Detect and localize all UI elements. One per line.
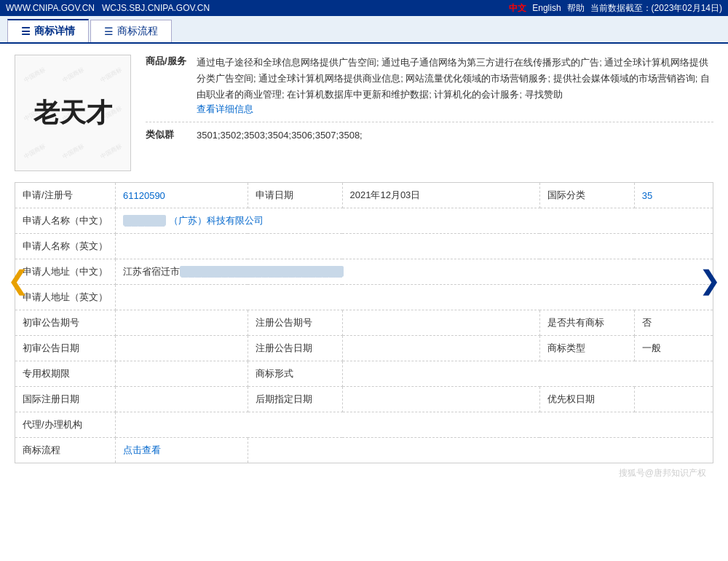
- value-applicant-zh: ██████ （广苏）科技有限公司: [116, 208, 713, 234]
- label-reg-no: 申请/注册号: [15, 183, 116, 208]
- value-intl-class: 35: [634, 183, 713, 208]
- value-initial-pub-no: [116, 310, 248, 336]
- label-reg-pub-no: 注册公告期号: [248, 310, 342, 336]
- label-address-en: 申请人地址（英文）: [15, 285, 116, 310]
- value-reg-pub-no: [342, 310, 539, 336]
- table-row-rights: 专用权期限 商标形式: [15, 361, 713, 387]
- tab-detail-icon: ☰: [21, 26, 31, 37]
- bottom-watermark: 搜狐号@唐邦知识产权: [15, 463, 713, 483]
- value-agency: [116, 412, 713, 438]
- value-intl-reg-date: [116, 387, 248, 412]
- tab-trademark-flow[interactable]: ☰ 商标流程: [90, 20, 172, 42]
- date-info: 当前数据截至：(2023年02月14日): [590, 2, 722, 15]
- site-link-2[interactable]: WCJS.SBJ.CNIPA.GOV.CN: [102, 3, 210, 13]
- value-priority-date: [634, 387, 713, 412]
- table-row-dates: 初审公告日期 注册公告日期 商标类型 一般: [15, 336, 713, 361]
- label-mark-type: 商标类型: [539, 336, 634, 361]
- value-applicant-en: [116, 234, 713, 259]
- similar-group-label: 类似群: [146, 128, 189, 141]
- service-text-block: 通过电子途径和全球信息网络提供广告空间; 通过电子通信网络为第三方进行在线传播形…: [197, 55, 713, 116]
- value-app-date: 2021年12月03日: [342, 183, 539, 208]
- address-province: 江苏省宿迁市: [123, 266, 180, 277]
- label-mark-form: 商标形式: [248, 361, 342, 387]
- service-row: 商品/服务 通过电子途径和全球信息网络提供广告空间; 通过电子通信网络为第三方进…: [146, 55, 713, 116]
- label-address-zh: 申请人地址（中文）: [15, 259, 116, 285]
- label-applicant-zh: 申请人名称（中文）: [15, 208, 116, 234]
- label-exclusive-period: 专用权期限: [15, 361, 116, 387]
- help-link[interactable]: 帮助: [567, 2, 585, 15]
- top-bar: WWW.CNIPA.GOV.CN WCJS.SBJ.CNIPA.GOV.CN 中…: [0, 0, 728, 16]
- similar-group-value: 3501;3502;3503;3504;3506;3507;3508;: [197, 130, 363, 141]
- tab-flow-label: 商标流程: [117, 25, 158, 38]
- company-name-visible: （广苏）科技有限公司: [169, 215, 264, 226]
- table-row-announcement: 初审公告期号 注册公告期号 是否共有商标 否: [15, 310, 713, 336]
- main-content: 中国商标 中国商标 中国商标 中国商标 中国商标 中国商标 中国商标 中国商标 …: [0, 44, 728, 494]
- label-agency: 代理/办理机构: [15, 412, 116, 438]
- value-reg-no: 61120590: [116, 183, 248, 208]
- watermark-9: 中国商标: [85, 125, 131, 171]
- flow-link[interactable]: 点击查看: [123, 444, 161, 455]
- tab-flow-icon: ☰: [104, 26, 114, 37]
- table-row-intl-dates: 国际注册日期 后期指定日期 优先权日期: [15, 387, 713, 412]
- label-reg-pub-date: 注册公告日期: [248, 336, 342, 361]
- flow-empty: [248, 438, 713, 463]
- tab-detail-label: 商标详情: [34, 25, 75, 38]
- value-mark-type: 一般: [634, 336, 713, 361]
- table-row-flow: 商标流程 点击查看: [15, 438, 713, 463]
- value-flow: 点击查看: [116, 438, 248, 463]
- service-section: 商品/服务 通过电子途径和全球信息网络提供广告空间; 通过电子通信网络为第三方进…: [146, 55, 713, 147]
- lang-en-button[interactable]: English: [532, 3, 561, 13]
- value-shared-mark: 否: [634, 310, 713, 336]
- top-section: 中国商标 中国商标 中国商标 中国商标 中国商标 中国商标 中国商标 中国商标 …: [15, 55, 713, 171]
- table-row-agency: 代理/办理机构: [15, 412, 713, 438]
- label-app-date: 申请日期: [248, 183, 342, 208]
- value-later-designation: [342, 387, 539, 412]
- nav-arrow-right[interactable]: ❯: [699, 265, 721, 296]
- nav-arrow-left[interactable]: ❮: [7, 265, 29, 296]
- value-address-en: [116, 285, 713, 310]
- lang-zh-button[interactable]: 中文: [509, 2, 526, 15]
- table-row-applicant-en: 申请人名称（英文）: [15, 234, 713, 259]
- label-intl-class: 国际分类: [539, 183, 634, 208]
- service-text: 通过电子途径和全球信息网络提供广告空间; 通过电子通信网络为第三方进行在线传播形…: [197, 57, 710, 100]
- info-table: 申请/注册号 61120590 申请日期 2021年12月03日 国际分类 35…: [15, 182, 713, 463]
- view-detail-link[interactable]: 查看详细信息: [197, 103, 253, 114]
- label-initial-pub-date: 初审公告日期: [15, 336, 116, 361]
- label-shared-mark: 是否共有商标: [539, 310, 634, 336]
- tab-bar: ☰ 商标详情 ☰ 商标流程: [0, 16, 728, 44]
- label-initial-pub-no: 初审公告期号: [15, 310, 116, 336]
- value-initial-pub-date: [116, 336, 248, 361]
- site-links: WWW.CNIPA.GOV.CN WCJS.SBJ.CNIPA.GOV.CN: [6, 3, 509, 13]
- masked-company-part1: ██████: [123, 215, 166, 226]
- tab-trademark-detail[interactable]: ☰ 商标详情: [7, 19, 89, 42]
- table-row-address-en: 申请人地址（英文）: [15, 285, 713, 310]
- value-reg-pub-date: [342, 336, 539, 361]
- language-section: 中文 English 帮助 当前数据截至：(2023年02月14日): [509, 2, 722, 15]
- label-priority-date: 优先权日期: [539, 387, 634, 412]
- value-address-zh: 江苏省宿迁市████████████████████████: [116, 259, 713, 285]
- site-link-1[interactable]: WWW.CNIPA.GOV.CN: [6, 3, 95, 13]
- label-later-designation: 后期指定日期: [248, 387, 342, 412]
- table-row-registration: 申请/注册号 61120590 申请日期 2021年12月03日 国际分类 35: [15, 183, 713, 208]
- table-row-address-zh: 申请人地址（中文） 江苏省宿迁市████████████████████████: [15, 259, 713, 285]
- similar-group-row: 类似群 3501;3502;3503;3504;3506;3507;3508;: [146, 122, 713, 147]
- trademark-name-display: 老天才: [33, 95, 112, 131]
- label-applicant-en: 申请人名称（英文）: [15, 234, 116, 259]
- value-mark-form: [342, 361, 713, 387]
- table-row-applicant-zh: 申请人名称（中文） ██████ （广苏）科技有限公司: [15, 208, 713, 234]
- label-intl-reg-date: 国际注册日期: [15, 387, 116, 412]
- value-exclusive-period: [116, 361, 248, 387]
- service-label: 商品/服务: [146, 55, 189, 116]
- masked-address: ████████████████████████: [180, 266, 344, 277]
- trademark-image-box: 中国商标 中国商标 中国商标 中国商标 中国商标 中国商标 中国商标 中国商标 …: [15, 55, 131, 171]
- label-flow: 商标流程: [15, 438, 116, 463]
